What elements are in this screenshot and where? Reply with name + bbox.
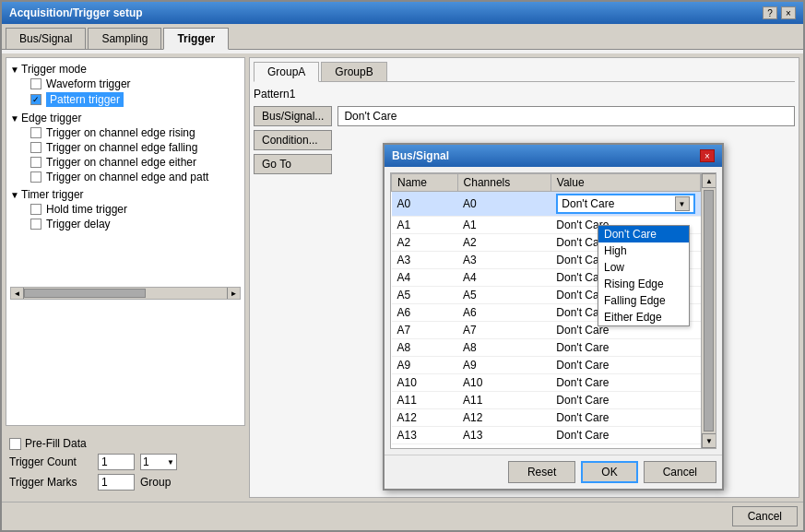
trigger-count-dropdown-val: 1 — [143, 455, 149, 468]
cell-value: Don't Care — [550, 357, 700, 374]
table-row: A14A14Don't Care — [392, 444, 701, 449]
trigger-count-input[interactable] — [98, 454, 135, 470]
outer-cancel-button[interactable]: Cancel — [732, 506, 798, 526]
tab-group-b[interactable]: GroupB — [321, 62, 386, 81]
tree-item-waveform-trigger[interactable]: Waveform trigger — [10, 77, 241, 91]
condition-button[interactable]: Condition... — [254, 130, 332, 150]
table-row: A10A10Don't Care — [392, 374, 701, 392]
cell-channel: A13 — [457, 427, 550, 444]
cell-name: A3 — [392, 252, 458, 269]
cell-value: Don't Care — [550, 374, 700, 392]
ch-edge-either-checkbox[interactable] — [30, 157, 41, 168]
tree-item-ch-edge-falling[interactable]: Trigger on channel edge falling — [10, 140, 241, 155]
prefill-label: Pre-Fill Data — [25, 437, 87, 450]
tree-section-trigger-mode: ▼ Trigger mode — [10, 62, 241, 77]
scroll-track — [24, 289, 227, 298]
reset-button[interactable]: Reset — [508, 461, 575, 483]
expand-icon[interactable]: ▼ — [10, 65, 19, 75]
cell-name: A4 — [392, 269, 458, 287]
expand-icon-edge[interactable]: ▼ — [10, 113, 19, 124]
vertical-scrollbar: ▲ ▼ — [701, 173, 716, 448]
tree-item-hold-time[interactable]: Hold time trigger — [10, 202, 241, 217]
scroll-up-button[interactable]: ▲ — [702, 173, 716, 188]
ch-edge-rising-checkbox[interactable] — [30, 127, 41, 138]
cell-name: A13 — [392, 427, 458, 444]
scroll-left[interactable]: ◄ — [11, 288, 24, 299]
dont-care-value: Don't Care — [344, 110, 397, 123]
bus-signal-button[interactable]: Bus/Signal... — [254, 106, 332, 126]
tree-item-ch-edge-rising[interactable]: Trigger on channel edge rising — [10, 125, 241, 140]
close-button[interactable]: × — [781, 6, 796, 19]
tree-item-ch-edge-patt[interactable]: Trigger on channel edge and patt — [10, 170, 241, 184]
col-channels: Channels — [457, 174, 550, 192]
trigger-delay-checkbox[interactable] — [30, 219, 41, 230]
value-dropdown-popup: Don't CareHighLowRising EdgeFalling Edge… — [598, 225, 690, 326]
tree-item-ch-edge-either[interactable]: Trigger on channel edge either — [10, 155, 241, 170]
dropdown-option[interactable]: Either Edge — [598, 309, 689, 325]
cell-value: Don't Care — [550, 409, 700, 427]
ch-edge-either-label: Trigger on channel edge either — [46, 156, 196, 169]
goto-button[interactable]: Go To — [254, 154, 332, 174]
cancel-button[interactable]: Cancel — [644, 461, 716, 483]
cell-channel: A3 — [457, 252, 550, 269]
left-panel: ▼ Trigger mode Waveform trigger ✓ Patter… — [6, 57, 245, 498]
group-tab-bar: GroupA GroupB — [254, 62, 795, 82]
tree-item-pattern-trigger[interactable]: ✓ Pattern trigger — [10, 91, 241, 108]
cell-name: A5 — [392, 287, 458, 304]
expand-icon-timer[interactable]: ▼ — [10, 190, 19, 200]
help-button[interactable]: ? — [763, 6, 777, 19]
dropdown-option[interactable]: Rising Edge — [598, 276, 689, 292]
prefill-checkbox[interactable] — [9, 438, 21, 450]
cell-channel: A14 — [457, 444, 550, 449]
waveform-trigger-checkbox[interactable] — [30, 78, 41, 89]
tab-trigger[interactable]: Trigger — [163, 28, 229, 50]
cell-name: A9 — [392, 357, 458, 374]
col-name: Name — [392, 174, 458, 192]
dropdown-arrow-icon[interactable]: ▼ — [675, 196, 690, 211]
cell-name: A12 — [392, 409, 458, 427]
scroll-thumb[interactable] — [704, 190, 714, 432]
tab-bus-signal[interactable]: Bus/Signal — [6, 28, 86, 49]
cell-channel: A2 — [457, 234, 550, 252]
prefill-row: Pre-Fill Data — [9, 437, 242, 450]
pattern-trigger-label: Pattern trigger — [46, 92, 124, 107]
trigger-count-label: Trigger Count — [9, 455, 92, 468]
dont-care-field: Don't Care — [337, 106, 795, 126]
ch-edge-patt-label: Trigger on channel edge and patt — [46, 171, 208, 183]
tab-group-a[interactable]: GroupA — [254, 62, 319, 82]
tree-panel: ▼ Trigger mode Waveform trigger ✓ Patter… — [6, 57, 245, 426]
ok-button[interactable]: OK — [581, 461, 637, 483]
dropdown-option[interactable]: Falling Edge — [598, 292, 689, 309]
ch-edge-patt-checkbox[interactable] — [30, 171, 41, 183]
dropdown-option[interactable]: Low — [598, 259, 689, 276]
table-row: A0A0Don't Care▼ — [392, 192, 701, 217]
cell-channel: A8 — [457, 339, 550, 357]
tab-sampling[interactable]: Sampling — [88, 28, 161, 49]
table-row: A12A12Don't Care — [392, 409, 701, 427]
outer-footer: Cancel — [2, 502, 803, 530]
trigger-marks-input[interactable] — [98, 474, 135, 491]
scroll-down-button[interactable]: ▼ — [702, 433, 716, 448]
scrollbar-h[interactable]: ◄ ► — [10, 287, 241, 300]
value-dropdown[interactable]: Don't Care▼ — [556, 194, 694, 214]
cell-channel: A11 — [457, 392, 550, 409]
bottom-controls: Pre-Fill Data Trigger Count 1 ▼ Trigger … — [6, 430, 245, 498]
tree-item-trigger-delay[interactable]: Trigger delay — [10, 217, 241, 231]
ch-edge-falling-label: Trigger on channel edge falling — [46, 141, 197, 154]
cell-channel: A12 — [457, 409, 550, 427]
cell-value: Don't Care — [550, 427, 700, 444]
trigger-count-dropdown[interactable]: 1 ▼ — [140, 454, 177, 470]
table-row: A9A9Don't Care — [392, 357, 701, 374]
cell-value: Don't Care — [550, 444, 700, 449]
pattern-trigger-checkbox[interactable]: ✓ — [30, 94, 41, 105]
modal-title: Bus/Signal — [392, 149, 449, 162]
ch-edge-falling-checkbox[interactable] — [30, 142, 41, 153]
edge-trigger-label: Edge trigger — [21, 112, 81, 124]
modal-close-button[interactable]: × — [700, 149, 715, 162]
scroll-thumb[interactable] — [24, 289, 146, 298]
ch-edge-rising-label: Trigger on channel edge rising — [46, 126, 195, 139]
scroll-right[interactable]: ► — [227, 288, 240, 299]
dropdown-option[interactable]: Don't Care — [598, 226, 689, 242]
dropdown-option[interactable]: High — [598, 242, 689, 259]
hold-time-checkbox[interactable] — [30, 204, 41, 215]
